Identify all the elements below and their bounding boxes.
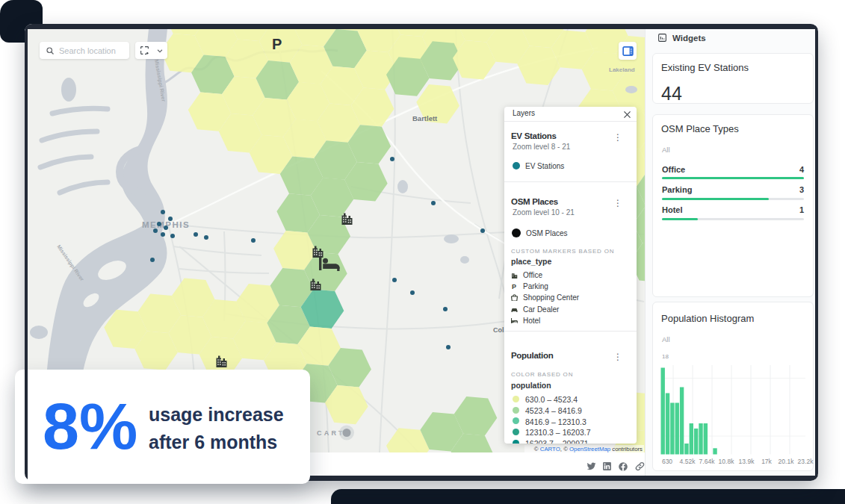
- svg-text:4.52k: 4.52k: [680, 458, 696, 465]
- svg-text:17k: 17k: [761, 458, 772, 465]
- svg-text:P: P: [272, 36, 282, 52]
- svg-text:7.64k: 7.64k: [699, 458, 716, 465]
- svg-text:Col: Col: [493, 326, 504, 334]
- svg-text:Bartlett: Bartlett: [412, 114, 438, 122]
- svg-text:P: P: [512, 283, 516, 290]
- svg-text:23.2k: 23.2k: [798, 458, 814, 465]
- svg-text:13.9k: 13.9k: [739, 458, 755, 465]
- svg-text:630: 630: [662, 458, 672, 465]
- svg-text:10.8k: 10.8k: [719, 458, 735, 465]
- svg-text:20.1k: 20.1k: [779, 458, 795, 465]
- svg-text:© CARTO, © OpenStreetMap contr: © CARTO, © OpenStreetMap contributors: [534, 446, 643, 452]
- svg-text:Lakeland: Lakeland: [609, 66, 635, 73]
